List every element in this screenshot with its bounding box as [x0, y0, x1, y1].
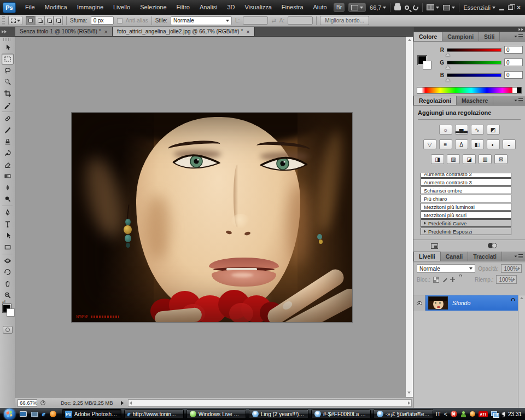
brightness-contrast-icon[interactable]: ☼ [439, 125, 452, 135]
tool-gradient[interactable] [2, 171, 14, 182]
document-vertical-scrollbar[interactable] [405, 37, 413, 397]
menu-analisi[interactable]: Analisi [195, 0, 222, 15]
menu-3d[interactable]: 3D [222, 0, 240, 15]
clip-to-layer-icon[interactable] [488, 243, 498, 249]
opacity-input[interactable]: 100% [501, 264, 522, 273]
curves-icon[interactable]: ∿ [471, 125, 484, 135]
blue-slider[interactable] [447, 73, 501, 77]
green-value-input[interactable]: 0 [504, 59, 523, 66]
threshold-icon[interactable]: ◪ [463, 154, 476, 164]
style-select[interactable]: Normale [171, 16, 232, 25]
status-zoom-input[interactable]: 66.67% [18, 399, 37, 407]
clock[interactable]: 23.31 [508, 411, 522, 417]
tool-3d-rotate[interactable] [2, 255, 14, 266]
rotate-view-icon[interactable] [412, 4, 419, 11]
tool-clone-stamp[interactable] [2, 136, 14, 147]
background-color-swatch[interactable] [423, 61, 431, 69]
show-desktop-icon[interactable] [20, 411, 27, 417]
slider-thumb[interactable] [446, 78, 450, 81]
start-button[interactable] [4, 409, 15, 420]
switch-windows-icon[interactable] [31, 412, 38, 417]
minimize-button[interactable] [499, 9, 504, 10]
red-value-input[interactable]: 0 [504, 46, 523, 54]
tool-blur[interactable] [2, 182, 14, 193]
tool-eyedropper[interactable] [2, 100, 14, 110]
layer-row-sfondo[interactable]: Sfondo [413, 295, 525, 311]
tab-colore[interactable]: Colore [413, 32, 442, 41]
color-spectrum-ramp[interactable] [417, 87, 522, 94]
lock-transparency-icon[interactable] [433, 277, 439, 283]
refine-edge-button[interactable]: Migliora bordo... [320, 16, 369, 25]
menu-aiuto[interactable]: Aiuto [308, 0, 332, 15]
messenger-status-icon[interactable] [460, 411, 466, 417]
swap-colors-icon[interactable]: ⇄ [2, 299, 6, 304]
tool-lasso[interactable] [2, 65, 14, 76]
tool-pen[interactable] [2, 207, 14, 218]
toolbar-collapse-grip[interactable] [0, 27, 15, 36]
tool-healing-brush[interactable] [2, 113, 14, 124]
menu-finestra[interactable]: Finestra [277, 0, 308, 15]
lock-pixels-icon[interactable] [441, 277, 447, 283]
tool-shape[interactable] [2, 242, 14, 253]
menu-file[interactable]: File [20, 0, 40, 15]
volume-icon[interactable] [501, 412, 505, 416]
layer-name[interactable]: Sfondo [452, 300, 470, 306]
collapse-panels-icon[interactable] [521, 28, 523, 31]
fill-input[interactable]: 100% [496, 275, 517, 284]
document-horizontal-scrollbar[interactable] [128, 399, 412, 407]
vibrance-icon[interactable]: ▽ [423, 139, 436, 149]
layers-scrollbar[interactable] [518, 295, 525, 420]
tool-preset-picker[interactable] [8, 16, 22, 25]
menu-selezione[interactable]: Selezione [135, 0, 171, 15]
gradient-map-icon[interactable]: ▥ [479, 154, 492, 164]
list-item[interactable]: Aumenta contrasto 3 [421, 178, 511, 186]
close-button[interactable]: × [517, 4, 521, 11]
scroll-left-icon[interactable] [130, 401, 132, 405]
green-slider[interactable] [447, 61, 501, 65]
launch-bridge-button[interactable]: Br [334, 3, 345, 12]
tool-3d-orbit[interactable] [2, 267, 14, 278]
hue-saturation-icon[interactable]: ≡ [439, 139, 452, 149]
exposure-icon[interactable]: ◩ [487, 125, 500, 135]
taskbar-button-chat-2[interactable]: #-$#FF0080La Tua... [311, 409, 371, 419]
preset-group-exposure[interactable]: Predefiniti Esposizi [421, 228, 511, 235]
scroll-down-icon[interactable] [407, 392, 411, 394]
ati-catalyst-icon[interactable]: ATI [479, 411, 488, 417]
tool-rectangular-marquee[interactable] [2, 54, 14, 65]
menu-visualizza[interactable]: Visualizza [240, 0, 276, 15]
color-balance-icon[interactable]: Δ [455, 139, 468, 149]
red-slider[interactable] [447, 48, 501, 52]
tool-quick-selection[interactable] [2, 77, 14, 88]
taskbar-button-windows-live[interactable]: Windows Live Me... [186, 409, 246, 419]
list-item[interactable]: Più chiaro [421, 195, 511, 202]
view-extras-button[interactable] [348, 3, 366, 12]
menu-livello[interactable]: Livello [108, 0, 135, 15]
blue-value-input[interactable]: 0 [504, 71, 523, 79]
taskbar-button-chat-1[interactable]: Ling (2 years!!!) <d... [249, 409, 308, 419]
levels-icon[interactable]: ▂▅▃ [455, 125, 468, 135]
posterize-icon[interactable]: ▨ [447, 154, 460, 164]
menu-modifica[interactable]: Modifica [40, 0, 72, 15]
selection-mode-subtract-button[interactable] [44, 16, 54, 25]
menu-filtro[interactable]: Filtro [172, 0, 195, 15]
internet-explorer-icon[interactable]: e [42, 411, 45, 417]
taskbar-button-photoshop[interactable]: Ps Adobe Photoshop... [62, 409, 121, 419]
tab-tracciati[interactable]: Tracciati [468, 252, 502, 261]
tab-regolazioni[interactable]: Regolazioni [413, 96, 457, 105]
zoom-tool-shortcut-icon[interactable] [405, 5, 409, 10]
invert-icon[interactable]: ◨ [431, 154, 444, 164]
collapse-panels-icon[interactable] [518, 28, 520, 31]
tool-dodge[interactable] [2, 194, 14, 205]
scroll-up-icon[interactable] [408, 39, 411, 41]
document-tab-angelina[interactable]: foto_attrici_angelina_jolie2.jpg @ 66,7%… [113, 27, 255, 36]
tool-history-brush[interactable] [2, 148, 14, 159]
blend-mode-select[interactable]: Normale [417, 264, 475, 273]
tool-crop[interactable] [2, 88, 14, 99]
document-tab-untitled[interactable]: Senza titolo-1 @ 100% (RGB/8) * × [15, 27, 113, 36]
slider-thumb[interactable] [446, 53, 450, 56]
quick-launch-app-icon[interactable] [50, 411, 56, 417]
tool-move[interactable] [2, 42, 14, 53]
layer-thumbnail[interactable] [428, 296, 448, 310]
tab-maschere[interactable]: Maschere [457, 96, 493, 105]
background-color-swatch[interactable] [7, 308, 15, 317]
